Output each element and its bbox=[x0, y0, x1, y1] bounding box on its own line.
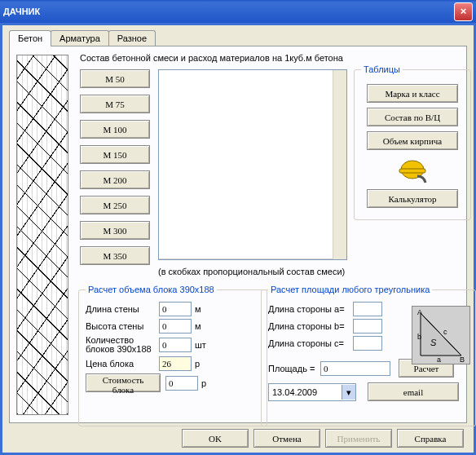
tables-legend: Таблицы bbox=[361, 64, 403, 74]
wall-len-input[interactable] bbox=[159, 302, 192, 316]
date-value: 13.04.2009 bbox=[269, 387, 342, 397]
block-group: Расчет объема блока 390х188 Длина стеным… bbox=[78, 285, 267, 426]
apply-button[interactable]: Применить bbox=[325, 429, 392, 448]
note-text: (в скобках пропорциональный состав смеси… bbox=[158, 267, 345, 276]
tables-group: Таблицы Марка и класс Состав по В/Ц Объе… bbox=[354, 64, 471, 220]
side-c-input[interactable] bbox=[353, 336, 382, 351]
svg-text:c: c bbox=[443, 328, 447, 336]
unit-m2: м bbox=[195, 321, 209, 331]
email-button[interactable]: email bbox=[368, 382, 459, 401]
block-legend: Расчет объема блока 390х188 bbox=[86, 285, 217, 294]
tab-misc[interactable]: Разное bbox=[108, 30, 156, 46]
title-bar: ДАЧНИК × bbox=[0, 0, 476, 23]
wall-h-input[interactable] bbox=[159, 319, 192, 334]
unit-pcs: шт bbox=[195, 340, 209, 350]
tab-rebar[interactable]: Арматура bbox=[51, 30, 109, 46]
side-c-label: Длина стороны c= bbox=[268, 338, 353, 348]
output-textarea[interactable] bbox=[158, 69, 347, 260]
grade-m75[interactable]: М 75 bbox=[80, 95, 150, 113]
unit-m: м bbox=[195, 304, 209, 314]
area-output[interactable] bbox=[320, 361, 390, 376]
client-area: Бетон Арматура Разное Состав бетонной см… bbox=[2, 25, 474, 453]
grade-m150[interactable]: М 150 bbox=[80, 145, 150, 164]
side-image bbox=[16, 55, 68, 415]
svg-rect-1 bbox=[399, 169, 425, 173]
svg-text:b: b bbox=[417, 333, 421, 341]
grade-m200[interactable]: М 200 bbox=[80, 170, 150, 189]
brick-volume-button[interactable]: Объем кирпича bbox=[367, 131, 458, 150]
side-a-label: Длина стороны a= bbox=[268, 304, 353, 314]
unit-rub2: р bbox=[201, 378, 216, 388]
tab-concrete[interactable]: Бетон bbox=[9, 30, 51, 46]
page-heading: Состав бетонной смеси и расход материало… bbox=[80, 53, 343, 63]
help-button[interactable]: Справка bbox=[397, 429, 464, 448]
unit-rub: р bbox=[195, 359, 209, 369]
side-b-input[interactable] bbox=[353, 319, 382, 334]
svg-text:a: a bbox=[437, 356, 441, 364]
mark-class-button[interactable]: Марка и класс bbox=[367, 84, 458, 103]
svg-text:B: B bbox=[460, 356, 465, 364]
grade-m350[interactable]: М 350 bbox=[80, 246, 150, 265]
cancel-button[interactable]: Отмена bbox=[253, 429, 320, 448]
triangle-figure: ABbacS bbox=[412, 306, 470, 364]
wc-ratio-button[interactable]: Состав по В/Ц bbox=[367, 108, 458, 126]
grade-m250[interactable]: М 250 bbox=[80, 196, 150, 214]
date-picker[interactable]: 13.04.2009▾ bbox=[268, 383, 356, 401]
triangle-legend: Расчет площади любого треугольника bbox=[268, 285, 432, 294]
wall-len-label: Длина стены bbox=[86, 304, 159, 314]
button-bar: OK Отмена Применить Справка bbox=[2, 429, 474, 448]
price-label: Цена блока bbox=[86, 359, 159, 369]
qty-label: Количество блоков 390х188 bbox=[86, 336, 159, 354]
grade-column: М 50 М 75 М 100 М 150 М 200 М 250 М 300 … bbox=[80, 69, 150, 272]
grade-m100[interactable]: М 100 bbox=[80, 120, 150, 139]
grade-m300[interactable]: М 300 bbox=[80, 221, 150, 240]
side-b-label: Длина стороны b= bbox=[268, 321, 353, 331]
block-cost-button[interactable]: Стоимость блока bbox=[86, 373, 161, 392]
window-title: ДАЧНИК bbox=[3, 7, 454, 16]
cost-output[interactable] bbox=[165, 376, 198, 391]
qty-input[interactable] bbox=[159, 338, 192, 352]
tab-strip: Бетон Арматура Разное bbox=[9, 30, 155, 46]
wall-h-label: Высота стены bbox=[86, 321, 159, 331]
close-icon[interactable]: × bbox=[454, 2, 473, 21]
tab-panel: Состав бетонной смеси и расход материало… bbox=[9, 46, 467, 423]
svg-text:A: A bbox=[417, 308, 422, 316]
calculator-button[interactable]: Калькулятор bbox=[367, 189, 458, 208]
grade-m50[interactable]: М 50 bbox=[80, 69, 150, 88]
side-a-input[interactable] bbox=[353, 302, 382, 316]
area-label: Площадь = bbox=[268, 364, 320, 373]
price-input[interactable] bbox=[159, 356, 192, 371]
triangle-group: Расчет площади любого треугольника ABbac… bbox=[261, 285, 476, 426]
chevron-down-icon[interactable]: ▾ bbox=[342, 385, 355, 400]
ok-button[interactable]: OK bbox=[182, 429, 249, 448]
helmet-icon bbox=[396, 157, 429, 184]
svg-text:S: S bbox=[430, 338, 437, 347]
